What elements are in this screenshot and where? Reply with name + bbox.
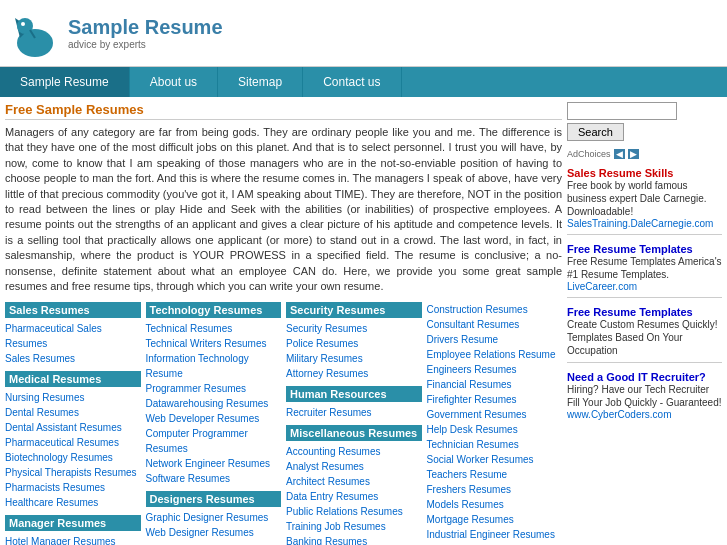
link-pr[interactable]: Public Relations Resumes	[286, 504, 422, 519]
link-technician[interactable]: Technician Resumes	[427, 437, 563, 452]
header: Sample Resume advice by experts	[0, 0, 727, 67]
link-banking[interactable]: Banking Resumes	[286, 534, 422, 545]
svg-point-3	[21, 22, 25, 26]
link-government[interactable]: Government Resumes	[427, 407, 563, 422]
link-healthcare[interactable]: Healthcare Resumes	[5, 495, 141, 510]
link-nursing[interactable]: Nursing Resumes	[5, 390, 141, 405]
site-subtitle: advice by experts	[68, 39, 223, 50]
link-security[interactable]: Security Resumes	[286, 321, 422, 336]
site-title: Sample Resume	[68, 16, 223, 39]
logo-area: Sample Resume advice by experts	[10, 8, 223, 58]
link-social-worker[interactable]: Social Worker Resumes	[427, 452, 563, 467]
section-designers: Designers Resumes	[146, 491, 282, 507]
column-1: Sales Resumes Pharmaceutical Sales Resum…	[5, 302, 141, 545]
nav-sitemap[interactable]: Sitemap	[218, 67, 303, 97]
link-dental-asst[interactable]: Dental Assistant Resumes	[5, 420, 141, 435]
link-network-eng[interactable]: Network Engineer Resumes	[146, 456, 282, 471]
link-tech-writers[interactable]: Technical Writers Resumes	[146, 336, 282, 351]
link-physical-therapists[interactable]: Physical Therapists Resumes	[5, 465, 141, 480]
link-data-entry[interactable]: Data Entry Resumes	[286, 489, 422, 504]
link-architect[interactable]: Architect Resumes	[286, 474, 422, 489]
link-web-designer[interactable]: Web Designer Resumes	[146, 525, 282, 540]
ad-2-link[interactable]: LiveCareer.com	[567, 281, 637, 292]
section-medical: Medical Resumes	[5, 371, 141, 387]
nav-sample-resume[interactable]: Sample Resume	[0, 67, 130, 97]
ad-prev-arrow[interactable]: ◀	[614, 149, 625, 159]
link-military[interactable]: Military Resumes	[286, 351, 422, 366]
ad-4-link[interactable]: www.CyberCoders.com	[567, 409, 671, 420]
link-drivers[interactable]: Drivers Resume	[427, 332, 563, 347]
search-button[interactable]: Search	[567, 123, 624, 141]
section-technology: Technology Resumes	[146, 302, 282, 318]
link-recruiter[interactable]: Recruiter Resumes	[286, 405, 422, 420]
link-models[interactable]: Models Resumes	[427, 497, 563, 512]
link-webdev[interactable]: Web Developer Resumes	[146, 411, 282, 426]
search-box: Search	[567, 102, 722, 141]
link-construction[interactable]: Construction Resumes	[427, 302, 563, 317]
link-datawarehousing[interactable]: Datawarehousing Resumes	[146, 396, 282, 411]
column-4: Construction Resumes Consultant Resumes …	[427, 302, 563, 545]
link-attorney[interactable]: Attorney Resumes	[286, 366, 422, 381]
ad-1-title: Sales Resume Skills	[567, 167, 722, 179]
link-programmer[interactable]: Programmer Resumes	[146, 381, 282, 396]
resume-columns: Sales Resumes Pharmaceutical Sales Resum…	[5, 302, 562, 545]
link-freshers[interactable]: Freshers Resumes	[427, 482, 563, 497]
column-2: Technology Resumes Technical Resumes Tec…	[146, 302, 282, 545]
ad-4-text: Hiring? Have our Tech Recruiter Fill You…	[567, 383, 722, 409]
nav-contact[interactable]: Contact us	[303, 67, 401, 97]
link-industrial-eng[interactable]: Industrial Engineer Resumes	[427, 527, 563, 542]
column-3: Security Resumes Security Resumes Police…	[286, 302, 422, 545]
sidebar: Search AdChoices ◀ ▶ Sales Resume Skills…	[567, 102, 722, 545]
ad-3-title: Free Resume Templates	[567, 306, 722, 318]
section-sales-resumes: Sales Resumes	[5, 302, 141, 318]
ad-2-title: Free Resume Templates	[567, 243, 722, 255]
ad-1-link[interactable]: SalesTraining.DaleCarnegie.com	[567, 218, 713, 229]
logo-text: Sample Resume advice by experts	[68, 16, 223, 50]
link-analyst[interactable]: Analyst Resumes	[286, 459, 422, 474]
link-pharmacists[interactable]: Pharmacists Resumes	[5, 480, 141, 495]
link-training[interactable]: Training Job Resumes	[286, 519, 422, 534]
ad-choices-label: AdChoices	[567, 149, 611, 159]
link-firefighter[interactable]: Firefighter Resumes	[427, 392, 563, 407]
link-dental[interactable]: Dental Resumes	[5, 405, 141, 420]
link-mortgage[interactable]: Mortgage Resumes	[427, 512, 563, 527]
content-area: Free Sample Resumes Managers of any cate…	[5, 102, 567, 545]
link-pharma[interactable]: Pharmaceutical Resumes	[5, 435, 141, 450]
link-engineers[interactable]: Engineers Resumes	[427, 362, 563, 377]
link-emp-relations[interactable]: Employee Relations Resume	[427, 347, 563, 362]
ad-1: Sales Resume Skills Free book by world f…	[567, 167, 722, 229]
section-manager: Manager Resumes	[5, 515, 141, 531]
ad-next-arrow[interactable]: ▶	[628, 149, 639, 159]
link-financial[interactable]: Financial Resumes	[427, 377, 563, 392]
section-hr: Human Resources	[286, 386, 422, 402]
nav-about[interactable]: About us	[130, 67, 218, 97]
link-biotech[interactable]: Biotechnology Resumes	[5, 450, 141, 465]
intro-text: Managers of any category are far from be…	[5, 125, 562, 294]
link-software[interactable]: Software Resumes	[146, 471, 282, 486]
link-teachers[interactable]: Teachers Resume	[427, 467, 563, 482]
link-technical[interactable]: Technical Resumes	[146, 321, 282, 336]
link-consultant[interactable]: Consultant Resumes	[427, 317, 563, 332]
ad-4: Need a Good IT Recruiter? Hiring? Have o…	[567, 371, 722, 420]
link-sales[interactable]: Sales Resumes	[5, 351, 141, 366]
section-misc: Miscellaneous Resumes	[286, 425, 422, 441]
link-police[interactable]: Police Resumes	[286, 336, 422, 351]
ad-1-text: Free book by world famous business exper…	[567, 179, 722, 218]
ad-2-text: Free Resume Templates America's #1 Resum…	[567, 255, 722, 281]
logo-icon	[10, 8, 60, 58]
main-content: Free Sample Resumes Managers of any cate…	[0, 97, 727, 545]
ad-2: Free Resume Templates Free Resume Templa…	[567, 243, 722, 292]
link-info-tech[interactable]: Information Technology Resume	[146, 351, 282, 381]
ad-4-title: Need a Good IT Recruiter?	[567, 371, 722, 383]
page-title: Free Sample Resumes	[5, 102, 562, 120]
link-helpdesk[interactable]: Help Desk Resumes	[427, 422, 563, 437]
search-input[interactable]	[567, 102, 677, 120]
link-pharma-sales[interactable]: Pharmaceutical Sales Resumes	[5, 321, 141, 351]
link-hotel-mgr[interactable]: Hotel Manager Resumes	[5, 534, 141, 545]
link-accounting[interactable]: Accounting Resumes	[286, 444, 422, 459]
link-comp-programmer[interactable]: Computer Programmer Resumes	[146, 426, 282, 456]
link-graphic-designer[interactable]: Graphic Designer Resumes	[146, 510, 282, 525]
ad-choices: AdChoices ◀ ▶	[567, 149, 722, 159]
ad-3: Free Resume Templates Create Custom Resu…	[567, 306, 722, 357]
navigation: Sample Resume About us Sitemap Contact u…	[0, 67, 727, 97]
